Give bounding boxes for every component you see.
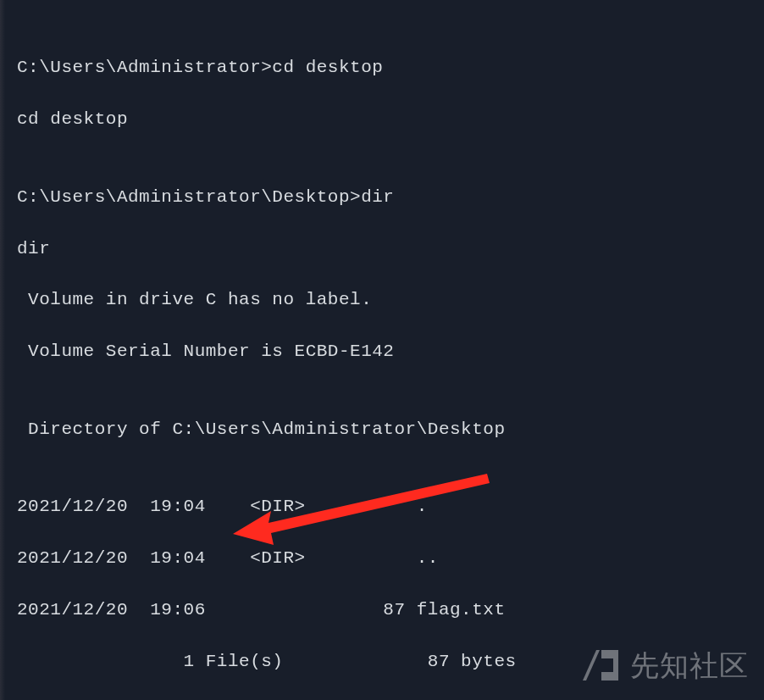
terminal-output[interactable]: C:\Users\Administrator>cd desktop cd des… [17, 30, 764, 700]
terminal-line: Volume Serial Number is ECBD-E142 [17, 339, 764, 364]
terminal-line: C:\Users\Administrator>cd desktop [17, 55, 764, 81]
terminal-line: 2021/12/20 19:04 <DIR> .. [17, 546, 764, 571]
terminal-line: 2021/12/20 19:06 87 flag.txt [17, 597, 764, 623]
watermark: 先知社区 [579, 645, 749, 686]
svg-marker-1 [583, 650, 600, 681]
terminal-line: 2021/12/20 19:04 <DIR> . [17, 494, 764, 519]
terminal-line: Volume in drive C has no label. [17, 287, 764, 313]
terminal-line: Directory of C:\Users\Administrator\Desk… [17, 417, 764, 442]
watermark-text: 先知社区 [630, 645, 749, 686]
svg-marker-2 [601, 650, 618, 681]
terminal-line: C:\Users\Administrator\Desktop>dir [17, 185, 764, 210]
terminal-line: cd desktop [17, 107, 764, 132]
window-edge [0, 0, 5, 700]
watermark-logo-icon [579, 647, 622, 684]
terminal-line: dir [17, 236, 764, 262]
